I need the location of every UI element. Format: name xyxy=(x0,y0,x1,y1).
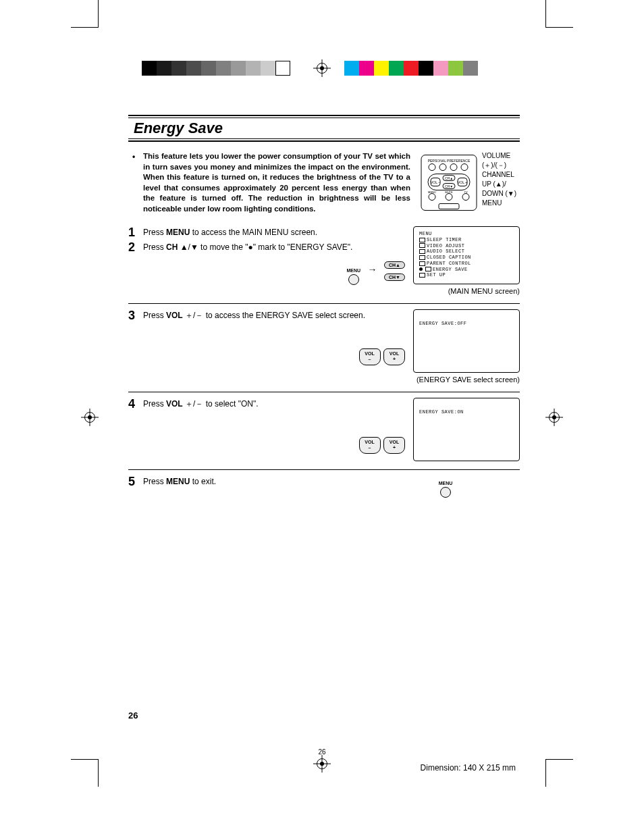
vol-plus-button-icon: VOL+ xyxy=(383,348,405,365)
svg-rect-21 xyxy=(439,204,459,209)
step-number: 1 xyxy=(128,226,143,238)
ch-up-button-icon: CH▲ xyxy=(384,261,405,269)
crop-mark xyxy=(71,0,99,28)
svg-text:VOL –: VOL – xyxy=(431,180,440,184)
step-text: Press MENU to exit. xyxy=(143,475,371,488)
svg-text:MENU: MENU xyxy=(428,190,436,194)
crop-mark xyxy=(545,759,573,787)
step-text: Press CH ▲/▼ to move the "●" mark to "EN… xyxy=(143,241,412,253)
step-number: 3 xyxy=(128,309,143,321)
screen-caption: (MAIN MENU screen) xyxy=(412,287,520,295)
remote-label: UP (▲)/ xyxy=(482,180,516,189)
svg-point-15 xyxy=(429,194,435,201)
section-title: Energy Save xyxy=(128,118,520,139)
main-menu-screen: MENU SLEEP TIMER VIDEO ADJUST AUDIO SELE… xyxy=(413,226,520,284)
button-cluster: VOL– VOL+ xyxy=(128,348,405,365)
color-bar xyxy=(344,61,478,76)
section-title-box: Energy Save xyxy=(128,115,520,142)
svg-text:PERSONAL PREFERENCE: PERSONAL PREFERENCE xyxy=(428,159,471,163)
svg-text:CH▲: CH▲ xyxy=(445,176,453,180)
svg-text:TV: TV xyxy=(464,190,467,194)
remote-label: DOWN (▼) xyxy=(482,189,516,199)
step-number: 5 xyxy=(128,475,143,488)
screen-caption: (ENERGY SAVE select screen) xyxy=(412,375,520,384)
menu-button-icon: MENU xyxy=(346,268,360,285)
step-number: 2 xyxy=(128,241,143,253)
button-cluster: MENU → CH▲ CH▼ xyxy=(128,257,405,285)
remote-label: MENU xyxy=(482,199,516,208)
vol-minus-button-icon: VOL– xyxy=(359,348,381,365)
svg-text:MUTE: MUTE xyxy=(445,190,453,194)
svg-text:CH▼: CH▼ xyxy=(445,184,453,188)
registration-mark-icon xyxy=(313,755,331,773)
page-number: 26 xyxy=(128,710,138,721)
step-number: 4 xyxy=(128,398,143,410)
svg-point-4 xyxy=(450,164,457,171)
crop-mark xyxy=(71,759,99,787)
arrow-right-icon: → xyxy=(368,264,377,275)
vol-minus-button-icon: VOL– xyxy=(359,437,381,454)
registration-mark-icon xyxy=(313,59,331,77)
remote-label: (＋)/(－) xyxy=(482,161,516,170)
vol-plus-button-icon: VOL+ xyxy=(383,437,405,454)
svg-point-5 xyxy=(461,164,468,171)
registration-mark-icon xyxy=(545,409,563,426)
remote-label: CHANNEL xyxy=(482,170,516,180)
svg-point-19 xyxy=(462,194,469,201)
ch-down-button-icon: CH▼ xyxy=(384,273,405,281)
energy-save-on-screen: ENERGY SAVE:ON xyxy=(413,398,520,461)
registration-mark-icon xyxy=(81,409,99,426)
remote-icon: PERSONAL PREFERENCE CH▲ CH▼ VOL – VOL + xyxy=(419,151,479,214)
crop-mark xyxy=(545,0,573,28)
svg-rect-0 xyxy=(421,155,477,211)
svg-point-17 xyxy=(446,194,452,201)
step-text: Press VOL ＋/－ to access the ENERGY SAVE … xyxy=(143,309,412,321)
page-number-small: 26 xyxy=(318,748,325,756)
intro-paragraph: This feature lets you lower the power co… xyxy=(128,151,410,214)
remote-label: VOLUME xyxy=(482,151,516,161)
step-text: Press MENU to access the MAIN MENU scree… xyxy=(143,226,412,238)
grayscale-bar xyxy=(142,61,290,76)
step-text: Press VOL ＋/－ to select "ON". xyxy=(143,398,412,410)
button-cluster: VOL– VOL+ xyxy=(128,437,405,454)
remote-diagram: PERSONAL PREFERENCE CH▲ CH▼ VOL – VOL + xyxy=(419,151,520,214)
dimension-note: Dimension: 140 X 215 mm xyxy=(421,763,516,773)
svg-point-2 xyxy=(429,164,435,171)
svg-text:VOL +: VOL + xyxy=(458,180,467,184)
svg-point-3 xyxy=(439,164,446,171)
menu-button-icon: MENU xyxy=(439,481,453,498)
energy-save-off-screen: ENERGY SAVE:OFF xyxy=(413,309,520,373)
